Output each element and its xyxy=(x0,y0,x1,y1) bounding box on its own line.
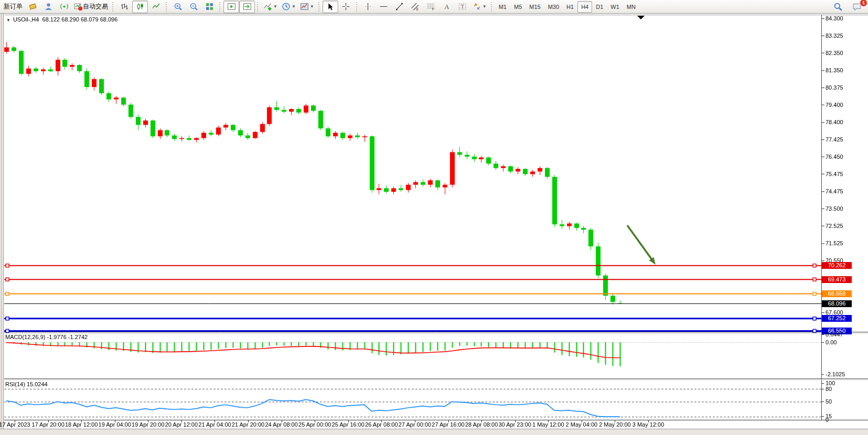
text-icon: A xyxy=(442,2,451,11)
trendline-button[interactable] xyxy=(392,1,408,13)
vertical-line-icon xyxy=(363,2,372,11)
tile-windows-button[interactable] xyxy=(201,1,217,13)
templates-button[interactable]: ▼ xyxy=(298,1,316,13)
crosshair-button[interactable] xyxy=(338,1,354,13)
vertical-line-button[interactable] xyxy=(360,1,376,13)
text-label-icon: T xyxy=(458,2,467,11)
autotrading-icon xyxy=(74,2,83,11)
clock-icon xyxy=(282,2,291,11)
fibonacci-button[interactable]: F xyxy=(423,1,439,13)
autotrading-button[interactable]: 自动交易 xyxy=(72,1,110,13)
toolbar-separator xyxy=(257,2,259,12)
chart-canvas[interactable] xyxy=(0,14,868,429)
svg-text:E: E xyxy=(416,7,419,11)
candlestick-icon xyxy=(136,2,145,11)
line-chart-icon xyxy=(152,2,160,11)
svg-text:A: A xyxy=(445,3,450,10)
trendline-icon xyxy=(395,2,404,11)
candlestick-chart-button[interactable] xyxy=(132,1,148,13)
zoom-in-button[interactable] xyxy=(170,1,186,13)
zoom-out-button[interactable] xyxy=(186,1,201,13)
add-indicator-icon xyxy=(263,2,272,11)
timeframe-button-m1[interactable]: M1 xyxy=(495,1,510,13)
dropdown-caret-icon: ▼ xyxy=(292,4,296,9)
timeframe-button-mn[interactable]: MN xyxy=(623,1,639,13)
timeframe-button-m15[interactable]: M15 xyxy=(526,1,544,13)
arrows-button[interactable]: ▼ xyxy=(470,1,489,13)
timeframe-button-d1[interactable]: D1 xyxy=(592,1,607,13)
alerts-button[interactable] xyxy=(56,1,72,13)
arrows-icon xyxy=(473,2,481,11)
new-chart-icon xyxy=(28,2,37,11)
bar-chart-icon xyxy=(120,2,129,11)
notifications-button[interactable]: 1 xyxy=(849,1,865,13)
search-icon xyxy=(833,2,843,12)
horizontal-line-button[interactable] xyxy=(376,1,392,13)
new-order-label: 新订单 xyxy=(4,2,23,11)
svg-text:T: T xyxy=(461,4,464,9)
zoom-in-icon xyxy=(174,2,183,11)
toolbar-separator xyxy=(112,2,114,12)
toolbar-separator xyxy=(166,2,168,12)
svg-text:F: F xyxy=(432,7,434,11)
window-bottom-edge xyxy=(0,429,868,435)
line-chart-button[interactable] xyxy=(148,1,164,13)
dropdown-caret-icon: ▼ xyxy=(310,4,314,9)
tile-windows-icon xyxy=(205,2,214,11)
fibonacci-icon: F xyxy=(426,2,435,11)
crosshair-icon xyxy=(341,2,350,11)
main-toolbar: 新订单 自动交易 ▼ ▼ xyxy=(0,0,868,14)
channel-icon: E xyxy=(411,2,420,11)
text-button[interactable]: A xyxy=(439,1,455,13)
timeframe-button-h4[interactable]: H4 xyxy=(577,1,592,13)
toolbar-separator xyxy=(318,2,320,12)
periods-button[interactable]: ▼ xyxy=(280,1,298,13)
timeframe-button-m30[interactable]: M30 xyxy=(544,1,563,13)
notification-badge: 1 xyxy=(860,0,867,7)
profile-icon xyxy=(44,2,53,11)
auto-scroll-icon xyxy=(227,2,236,11)
equidistant-channel-button[interactable]: E xyxy=(408,1,423,13)
add-indicator-button[interactable]: ▼ xyxy=(261,1,280,13)
bar-chart-button[interactable] xyxy=(116,1,132,13)
new-chart-button[interactable] xyxy=(25,1,40,13)
timeframe-button-w1[interactable]: W1 xyxy=(607,1,623,13)
new-order-button[interactable]: 新订单 xyxy=(2,1,25,13)
signal-icon xyxy=(60,2,69,11)
template-icon xyxy=(300,2,309,11)
zoom-out-icon xyxy=(189,2,198,11)
text-label-button[interactable]: T xyxy=(455,1,470,13)
autotrading-label: 自动交易 xyxy=(83,2,108,11)
chart-shift-icon xyxy=(243,2,252,11)
toolbar-separator xyxy=(491,2,493,12)
cursor-button[interactable] xyxy=(323,1,338,13)
cursor-icon xyxy=(326,2,335,11)
auto-scroll-button[interactable] xyxy=(223,1,239,13)
timeframe-group: M1M5M15M30H1H4D1W1MN xyxy=(495,1,639,13)
profiles-button[interactable] xyxy=(40,1,56,13)
chart-shift-button[interactable] xyxy=(239,1,255,13)
timeframe-button-m5[interactable]: M5 xyxy=(510,1,526,13)
search-button[interactable] xyxy=(830,1,846,13)
dropdown-caret-icon: ▼ xyxy=(483,4,487,9)
toolbar-separator xyxy=(356,2,358,12)
timeframe-button-h1[interactable]: H1 xyxy=(563,1,577,13)
horizontal-line-icon xyxy=(379,2,388,11)
toolbar-separator xyxy=(219,2,221,12)
dropdown-caret-icon: ▼ xyxy=(273,4,277,9)
